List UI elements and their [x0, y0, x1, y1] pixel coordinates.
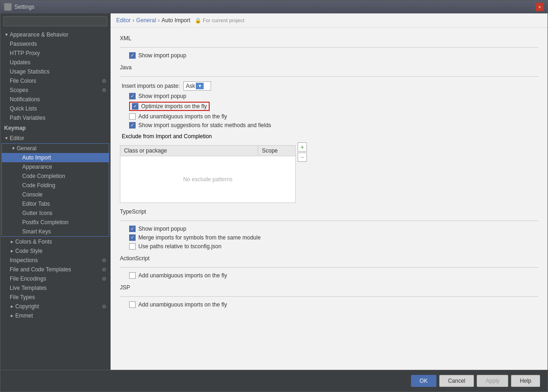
sidebar-item-console[interactable]: Console [2, 190, 109, 199]
typescript-section-header: TypeScript [120, 208, 538, 216]
xml-divider [120, 47, 538, 48]
sidebar-item-appearance-behavior[interactable]: Appearance & Behavior [0, 30, 110, 39]
java-show-import-popup-row: Show import popup [120, 93, 538, 99]
title-bar: Settings × [0, 0, 548, 13]
sidebar-item-gutter-icons[interactable]: Gutter Icons [2, 208, 109, 218]
sidebar-item-appearance[interactable]: Appearance [2, 162, 109, 172]
exclude-table-header: Class or package Scope [120, 146, 295, 156]
content-area: XML Show import popup Java Insert import… [111, 28, 548, 370]
xml-show-import-popup-label[interactable]: Show import popup [129, 52, 186, 59]
jsp-divider [120, 296, 538, 297]
triangle-icon [10, 304, 14, 309]
java-optimize-imports-row: Optimize imports on the fly [120, 102, 538, 111]
ts-use-paths-text: Use paths relative to tsconfig.json [138, 243, 221, 250]
help-button[interactable]: Help [511, 375, 540, 387]
sidebar-item-code-folding[interactable]: Code Folding [2, 181, 109, 190]
sidebar-item-updates[interactable]: Updates [0, 58, 110, 67]
java-divider [120, 76, 538, 77]
badge-icon: ⚙ [102, 87, 106, 93]
sidebar-item-usage-statistics[interactable]: Usage Statistics [0, 67, 110, 76]
java-optimize-imports-checkbox[interactable] [132, 103, 138, 110]
sidebar-section-editor: Editor General Auto Import Appearance Co… [0, 133, 110, 321]
sidebar-item-colors-fonts[interactable]: Colors & Fonts [0, 237, 110, 246]
sidebar-item-emmet[interactable]: Emmet [0, 311, 110, 320]
ts-merge-imports-label[interactable]: Merge imports for symbols ​from the same… [129, 234, 261, 241]
typescript-divider [120, 220, 538, 221]
sidebar-item-path-variables[interactable]: Path Variables [0, 113, 110, 122]
ts-use-paths-label[interactable]: Use paths relative to tsconfig.json [129, 243, 221, 250]
breadcrumb-general[interactable]: General [136, 17, 156, 24]
breadcrumb-auto-import: Auto Import [162, 17, 190, 24]
as-add-unambiguous-label[interactable]: Add unambiguous imports on the fly [129, 272, 227, 279]
xml-section-header: XML [120, 35, 538, 43]
optimize-imports-highlighted: Optimize imports on the fly [129, 102, 210, 111]
sidebar-item-label: Copyright [15, 303, 39, 310]
sidebar-item-keymap[interactable]: Keymap [0, 123, 110, 133]
sidebar-item-scopes[interactable]: Scopes⚙ [0, 86, 110, 95]
ts-merge-imports-checkbox[interactable] [129, 234, 136, 241]
dropdown-arrow-icon[interactable]: ▼ [196, 83, 204, 89]
sidebar-item-live-templates[interactable]: Live Templates [0, 283, 110, 293]
sidebar-item-code-completion[interactable]: Code Completion [2, 172, 109, 181]
sidebar-item-passwords[interactable]: Passwords [0, 39, 110, 49]
jsp-add-unambiguous-row: Add unambiguous imports on the fly [120, 301, 538, 308]
java-show-suggestions-checkbox[interactable] [129, 122, 136, 129]
sidebar-item-editor-tabs[interactable]: Editor Tabs [2, 199, 109, 208]
java-add-unambiguous-text: Add unambiguous imports on the fly [138, 113, 227, 120]
sidebar-item-postfix-completion[interactable]: Postfix Completion [2, 218, 109, 227]
ts-show-import-popup-label[interactable]: Show import popup [129, 226, 186, 232]
exclude-buttons: + − [298, 142, 307, 163]
sidebar-item-auto-import[interactable]: Auto Import [2, 153, 109, 162]
sidebar-item-file-colors[interactable]: File Colors⚙ [0, 76, 110, 86]
breadcrumb-sep1: › [132, 17, 134, 24]
sidebar-item-notifications[interactable]: Notifications [0, 95, 110, 104]
ok-button[interactable]: OK [411, 375, 436, 387]
main-content: Appearance & Behavior Passwords HTTP Pro… [0, 13, 548, 370]
sidebar-item-copyright[interactable]: Copyright ⚙ [0, 302, 110, 311]
badge-icon: ⚙ [102, 276, 106, 282]
java-show-import-popup-label[interactable]: Show import popup [129, 93, 186, 99]
ts-show-import-checkbox[interactable] [129, 226, 136, 232]
triangle-icon [4, 136, 9, 141]
sidebar-item-quick-lists[interactable]: Quick Lists [0, 104, 110, 113]
jsp-add-unambiguous-checkbox[interactable] [129, 301, 136, 308]
sidebar-item-editor[interactable]: Editor [0, 134, 110, 143]
insert-imports-dropdown[interactable]: Ask ▼ [183, 81, 211, 91]
xml-show-import-checkbox[interactable] [129, 52, 136, 59]
java-optimize-imports-text: Optimize imports on the fly [141, 103, 207, 110]
badge-icon: ⚙ [102, 304, 106, 310]
scope-icon: 🔒 [195, 18, 201, 24]
jsp-add-unambiguous-label[interactable]: Add unambiguous imports on the fly [129, 301, 227, 308]
sidebar-item-file-encodings[interactable]: File Encodings⚙ [0, 274, 110, 283]
close-button[interactable]: × [536, 3, 544, 11]
java-optimize-imports-label[interactable]: Optimize imports on the fly [129, 102, 210, 111]
java-show-import-checkbox[interactable] [129, 93, 136, 99]
actionscript-section-header: ActionScript [120, 255, 538, 263]
exclude-empty-label: No exclude patterns [183, 176, 233, 183]
triangle-icon [10, 313, 14, 318]
sidebar-item-file-types[interactable]: File Types [0, 293, 110, 302]
sidebar: Appearance & Behavior Passwords HTTP Pro… [0, 13, 111, 370]
java-add-unambiguous-label[interactable]: Add unambiguous imports on the fly [129, 113, 227, 120]
search-input[interactable] [3, 16, 107, 26]
cancel-button[interactable]: Cancel [439, 375, 474, 387]
xml-show-import-popup-text: Show import popup [138, 52, 186, 59]
breadcrumb-editor[interactable]: Editor [116, 17, 131, 24]
as-add-unambiguous-row: Add unambiguous imports on the fly [120, 272, 538, 279]
sidebar-item-code-style[interactable]: Code Style [0, 246, 110, 256]
sidebar-item-http-proxy[interactable]: HTTP Proxy [0, 49, 110, 58]
sidebar-item-general[interactable]: General [2, 144, 109, 153]
as-add-unambiguous-checkbox[interactable] [129, 272, 136, 279]
sidebar-item-inspections[interactable]: Inspections⚙ [0, 256, 110, 265]
right-panel: Editor › General › Auto Import 🔒 For cur… [111, 13, 548, 370]
apply-button[interactable]: Apply [477, 375, 508, 387]
sidebar-item-file-code-templates[interactable]: File and Code Templates⚙ [0, 265, 110, 274]
java-add-unambiguous-checkbox[interactable] [129, 113, 136, 120]
sidebar-item-smart-keys[interactable]: Smart Keys [2, 227, 109, 236]
java-show-suggestions-label[interactable]: Show import suggestions for static metho… [129, 122, 271, 129]
exclude-table-body: No exclude patterns [120, 156, 295, 202]
remove-exclude-button[interactable]: − [298, 153, 307, 162]
add-exclude-button[interactable]: + [298, 142, 307, 152]
ts-use-paths-checkbox[interactable] [129, 243, 136, 250]
triangle-icon [11, 146, 16, 151]
